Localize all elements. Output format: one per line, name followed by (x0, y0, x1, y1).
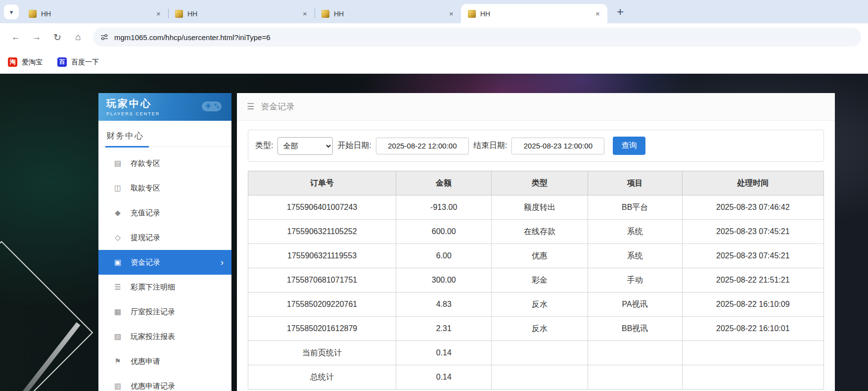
end-date-label: 结束日期: (473, 141, 507, 151)
page-background: 玩家中心 PLAYERS CENTER 财务中心 ▤存款专区◫取款专区◆充值记录… (0, 74, 868, 391)
tab-strip: ▾ HH×HH×HH×HH× + (0, 0, 868, 23)
new-tab-button[interactable]: + (612, 4, 628, 20)
table-cell: 额度转出 (492, 196, 588, 220)
sidebar-item-withdraw-zone[interactable]: ◫取款专区 (98, 176, 231, 200)
fund-records-table: 订单号金额类型项目处理时间 1755906401007243-913.00额度转… (248, 171, 824, 390)
table-cell: BB平台 (588, 196, 682, 220)
promo-application-records-icon: ▥ (113, 382, 122, 391)
tab-search-button[interactable]: ▾ (4, 4, 19, 19)
tab-favicon-icon (29, 10, 37, 18)
sidebar-item-label: 彩票下注明细 (131, 283, 175, 292)
page-title: 资金记录 (261, 101, 294, 112)
content-body: 类型: 全部 开始日期: 结束日期: 查询 订单号金额类型项目处理时间 (237, 121, 835, 391)
bookmark-item[interactable]: 淘爱淘宝 (8, 57, 43, 67)
tab-favicon-icon (175, 10, 183, 18)
bookmark-label: 百度一下 (71, 58, 99, 67)
gamepad-icon (200, 98, 224, 116)
table-cell: 当前页统计 (248, 341, 396, 365)
site-settings-icon[interactable] (100, 33, 109, 42)
back-button[interactable]: ← (7, 28, 25, 46)
table-cell: 2.31 (396, 317, 492, 341)
tab-close-icon[interactable]: × (447, 9, 456, 18)
navigation-bar: ← → ↻ ⌂ mgm1065.com/hhcp/usercenter.html… (0, 23, 868, 51)
table-cell: 2025-08-23 07:46:42 (682, 196, 823, 220)
tab-close-icon[interactable]: × (300, 9, 310, 18)
forward-button[interactable]: → (28, 28, 46, 46)
table-cell (682, 365, 823, 390)
bookmark-item[interactable]: 百百度一下 (57, 57, 99, 67)
recharge-records-icon: ◆ (113, 208, 122, 217)
reload-button[interactable]: ↻ (48, 28, 66, 46)
sidebar-item-recharge-records[interactable]: ◆充值记录 (98, 200, 231, 225)
table-cell: 优惠 (492, 244, 588, 268)
table-cell: 0.14 (396, 341, 492, 365)
table-cell: 系统 (588, 244, 682, 268)
end-date-input[interactable] (511, 138, 604, 154)
table-cell: 2025-08-22 21:51:21 (682, 268, 823, 293)
tab-title: HH (41, 10, 154, 18)
tab-close-icon[interactable]: × (593, 9, 602, 18)
table-cell: 反水 (492, 317, 588, 341)
sidebar-item-deposit-zone[interactable]: ▤存款专区 (98, 151, 231, 176)
filter-bar: 类型: 全部 开始日期: 结束日期: 查询 (248, 130, 824, 162)
bookmarks-bar: 淘爱淘宝百百度一下 (0, 51, 868, 74)
table-cell (588, 365, 682, 390)
sidebar-header: 玩家中心 PLAYERS CENTER (98, 93, 231, 121)
withdrawal-records-icon: ◇ (113, 233, 122, 242)
sidebar-item-lottery-bet-details[interactable]: ☰彩票下注明细 (98, 275, 231, 299)
url-bar[interactable]: mgm1065.com/hhcp/usercenter.html?iniType… (93, 28, 861, 47)
main-content: ☰ 资金记录 类型: 全部 开始日期: 结束日期: 查询 (237, 93, 835, 391)
table-cell (492, 365, 588, 390)
sidebar-item-label: 取款专区 (131, 184, 160, 193)
search-button[interactable]: 查询 (613, 137, 645, 155)
tab-title: HH (187, 10, 300, 18)
start-date-input[interactable] (376, 138, 469, 154)
tab-close-icon[interactable]: × (154, 9, 163, 18)
url-text: mgm1065.com/hhcp/usercenter.html?iniType… (114, 33, 271, 42)
browser-tab[interactable]: HH× (22, 4, 168, 23)
tab-title: HH (334, 10, 447, 18)
browser-tab[interactable]: HH× (168, 4, 315, 23)
sidebar-item-promo-application[interactable]: ⚑优惠申请 (98, 349, 231, 374)
browser-window: ▾ HH×HH×HH×HH× + ← → ↻ ⌂ mgm1065.com/hhc… (0, 0, 868, 391)
sidebar-item-label: 资金记录 (131, 258, 160, 267)
sidebar: 玩家中心 PLAYERS CENTER 财务中心 ▤存款专区◫取款专区◆充值记录… (98, 93, 231, 391)
table-cell: 在线存款 (492, 220, 588, 244)
table-cell (492, 341, 588, 365)
tab-favicon-icon (321, 10, 329, 18)
sidebar-menu: ▤存款专区◫取款专区◆充值记录◇提现记录▣资金记录›☰彩票下注明细▦厅室投注记录… (98, 147, 231, 391)
sidebar-item-label: 玩家投注报表 (131, 332, 175, 342)
sidebar-item-label: 厅室投注记录 (131, 307, 175, 317)
table-cell: 2025-08-23 07:45:21 (682, 220, 823, 244)
table-cell: 2025-08-22 16:10:09 (682, 293, 823, 317)
sidebar-item-player-bet-report[interactable]: ▨玩家投注报表 (98, 324, 231, 349)
column-header: 订单号 (248, 171, 396, 196)
table-cell: 2025-08-22 16:10:01 (682, 317, 823, 341)
column-header: 类型 (492, 171, 588, 196)
browser-tab[interactable]: HH× (315, 4, 461, 23)
column-header: 处理时间 (682, 171, 823, 196)
sidebar-item-fund-records[interactable]: ▣资金记录› (98, 250, 231, 275)
table-cell: 彩金 (492, 268, 588, 293)
sidebar-item-label: 存款专区 (131, 159, 160, 168)
sidebar-item-label: 充值记录 (131, 208, 160, 218)
type-select[interactable]: 全部 (277, 137, 333, 155)
sidebar-item-hall-bet-records[interactable]: ▦厅室投注记录 (98, 299, 231, 324)
table-row: 总统计0.14 (248, 365, 824, 390)
fund-records-icon: ▣ (113, 258, 122, 267)
table-cell: 总统计 (248, 365, 396, 390)
table-cell: PA视讯 (588, 293, 682, 317)
table-cell: 6.00 (396, 244, 492, 268)
finance-center-label: 财务中心 (105, 130, 149, 147)
sidebar-item-label: 优惠申请记录 (131, 382, 175, 391)
home-button[interactable]: ⌂ (69, 28, 87, 46)
table-cell: BB视讯 (588, 317, 682, 341)
bookmark-favicon-icon: 百 (57, 57, 67, 67)
bookmark-label: 爱淘宝 (22, 58, 43, 67)
column-header: 项目 (588, 171, 682, 196)
sidebar-item-withdrawal-records[interactable]: ◇提现记录 (98, 225, 231, 250)
browser-tab[interactable]: HH× (461, 4, 607, 23)
table-row: 1755906321105252600.00在线存款系统2025-08-23 0… (248, 220, 824, 244)
sidebar-item-promo-application-records[interactable]: ▥优惠申请记录 (98, 374, 231, 391)
promo-application-icon: ⚑ (113, 357, 122, 366)
